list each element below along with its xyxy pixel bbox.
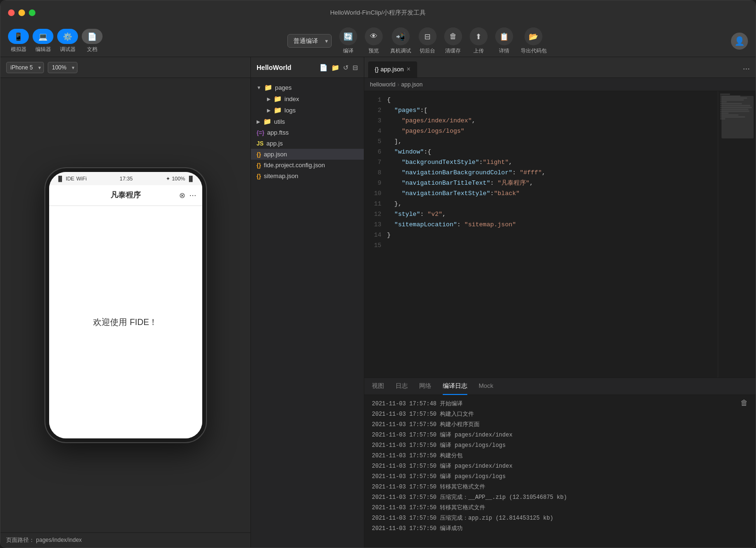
editor-tabs: {} app.json × ··· [364, 57, 756, 78]
index-folder-icon: 📁 [274, 95, 282, 103]
line-content-1: { [387, 95, 756, 105]
simulator-mode-btn[interactable]: 📱 模拟器 [8, 29, 29, 53]
detail-btn[interactable]: 📋 详情 [495, 27, 513, 54]
line-num-14: 14 [364, 230, 387, 240]
code-line-10: 10 "navigationBarTextStyle":"black" [364, 188, 756, 199]
line-content-7: "backgroundTextStyle":"light", [387, 157, 756, 168]
tree-item-index[interactable]: ▶ 📁 index [251, 93, 364, 104]
tree-item-utils[interactable]: ▶ 📁 utils [251, 116, 364, 127]
json-file-icon3: {} [257, 173, 261, 180]
tree-item-pages[interactable]: ▼ 📁 pages [251, 82, 364, 93]
tab-app-json-label: {} app.json [375, 66, 404, 73]
editor-mode-btn[interactable]: 💻 编辑器 [33, 29, 53, 53]
simulator-toolbar: iPhone 5 100% [0, 57, 250, 78]
tree-item-fide-config[interactable]: {} fide.project.config.json [251, 160, 364, 171]
device-select[interactable]: iPhone 5 [6, 62, 44, 73]
zoom-select-wrap: 100% [48, 62, 77, 73]
tree-item-logs[interactable]: ▶ 📁 logs [251, 104, 364, 116]
zoom-select[interactable]: 100% [48, 62, 77, 73]
console-tab-view[interactable]: 视图 [372, 378, 384, 395]
refresh-icon[interactable]: ↺ [343, 64, 349, 71]
phone-status-bar: ▐▌ IDE WiFi 17:35 ✦ 100% ▐▌ [49, 172, 202, 185]
cut-icon: ⊟ [419, 27, 437, 45]
minimize-btn[interactable] [18, 9, 25, 16]
log-line-2: 2021-11-03 17:57:50 构建入口文件 [372, 409, 748, 420]
console-clear-btn[interactable]: 🗑 [740, 399, 748, 407]
new-file-icon[interactable]: 📄 [319, 64, 327, 71]
line-num-1: 1 [364, 95, 387, 105]
ftss-file-icon: {=} [257, 129, 264, 136]
docs-label: 文档 [87, 46, 97, 53]
console-tab-mock[interactable]: Mock [479, 378, 493, 394]
compile-btn[interactable]: 🔄 编译 [339, 27, 357, 54]
phone-nav-bar: 凡泰程序 ⊗ ··· [49, 185, 202, 206]
code-line-11: 11 }, [364, 199, 756, 209]
compile-mode-select[interactable]: 普通编译 [287, 34, 332, 48]
code-line-2: 2 "pages":[ [364, 105, 756, 116]
status-ide: IDE [66, 176, 74, 181]
log-line-6: 2021-11-03 17:57:50 构建分包 [372, 451, 748, 461]
clear-btn[interactable]: 🗑 清缓存 [444, 27, 462, 54]
pages-arrow-icon: ▼ [257, 85, 261, 90]
console-tab-compile[interactable]: 编译日志 [443, 378, 467, 395]
phone-nav-dots-btn[interactable]: ··· [189, 190, 196, 200]
line-num-4: 4 [364, 126, 387, 137]
tab-app-json[interactable]: {} app.json × [368, 61, 417, 77]
breadcrumb-sep: › [397, 81, 399, 88]
editor-tab-more-btn[interactable]: ··· [741, 60, 752, 77]
phone-status-right: ✦ 100% ▐▌ [166, 176, 195, 182]
tree-item-app-json[interactable]: {} app.json [251, 149, 364, 160]
preview-btn[interactable]: 👁 预览 [365, 27, 383, 54]
page-path-label: 页面路径： pages/index/index [6, 536, 82, 544]
wifi-icon: WiFi [76, 176, 86, 181]
toolbar-mode-buttons: 📱 模拟器 💻 编辑器 ⚙️ 调试器 📄 文档 [8, 29, 103, 53]
file-tree-header: HelloWorld 📄 📁 ↺ ⊟ [251, 57, 364, 78]
detail-label: 详情 [499, 47, 509, 54]
tree-item-sitemap[interactable]: {} sitemap.json [251, 171, 364, 181]
phone-welcome-text: 欢迎使用 FIDE！ [93, 317, 157, 328]
cut-btn[interactable]: ⊟ 切后台 [419, 27, 437, 54]
maximize-btn[interactable] [29, 9, 35, 16]
breadcrumb-root: helloworld [370, 81, 395, 88]
line-num-12: 12 [364, 209, 387, 220]
logs-folder-label: logs [284, 107, 296, 114]
upload-label: 上传 [473, 47, 484, 54]
log-line-10: 2021-11-03 17:57:50 压缩完成：__APP__.zip (12… [372, 492, 748, 503]
code-editor[interactable]: 1 { 2 "pages":[ 3 "pages/index/index", 4… [364, 91, 756, 377]
console-content: 🗑 2021-11-03 17:57:48 开始编译 2021-11-03 17… [364, 395, 756, 548]
debugger-mode-btn[interactable]: ⚙️ 调试器 [57, 29, 78, 53]
close-btn[interactable] [8, 9, 15, 16]
docs-mode-btn[interactable]: 📄 文档 [82, 29, 103, 53]
phone-body: 欢迎使用 FIDE！ [49, 206, 202, 438]
new-folder-icon[interactable]: 📁 [331, 64, 339, 71]
line-num-8: 8 [364, 168, 387, 178]
console-tab-logs[interactable]: 日志 [395, 378, 408, 395]
tab-close-btn[interactable]: × [406, 65, 410, 73]
collapse-icon[interactable]: ⊟ [352, 64, 358, 71]
line-content-3: "pages/index/index", [387, 116, 756, 126]
code-line-6: 6 "window":{ [364, 147, 756, 157]
debugger-label: 调试器 [60, 46, 76, 53]
tree-item-app-ftss[interactable]: {=} app.ftss [251, 127, 364, 138]
log-line-4: 2021-11-03 17:57:50 编译 pages/index/index [372, 430, 748, 440]
file-tree-actions: 📄 📁 ↺ ⊟ [319, 64, 358, 71]
minimap [718, 91, 756, 377]
line-content-9: "navigationBarTitleText": "凡泰程序", [387, 178, 756, 188]
line-num-3: 3 [364, 116, 387, 126]
upload-btn[interactable]: ⬆ 上传 [470, 27, 488, 54]
editor-panel: {} app.json × ··· helloworld › app.json … [364, 57, 756, 548]
simulator-status-bar: 页面路径： pages/index/index [0, 532, 250, 548]
code-line-13: 13 "sitemapLocation": "sitemap.json" [364, 220, 756, 230]
sitemap-label: sitemap.json [264, 172, 298, 180]
app-js-label: app.js [266, 140, 283, 147]
simulator-panel: iPhone 5 100% ▐▌ IDE WiFi 17:35 [0, 57, 251, 548]
tree-item-app-js[interactable]: JS app.js [251, 138, 364, 149]
user-avatar[interactable]: 👤 [731, 33, 748, 50]
main-content: iPhone 5 100% ▐▌ IDE WiFi 17:35 [0, 57, 756, 548]
preview-label: 预览 [369, 47, 379, 54]
simulator-content: ▐▌ IDE WiFi 17:35 ✦ 100% ▐▌ 凡泰程序 ⊗ ··· [0, 78, 250, 532]
console-tab-network[interactable]: 网络 [419, 378, 431, 395]
export-btn[interactable]: 📂 导出代码包 [521, 27, 547, 54]
device-btn[interactable]: 📲 真机调试 [390, 27, 411, 54]
phone-nav-close-btn[interactable]: ⊗ [179, 191, 185, 200]
